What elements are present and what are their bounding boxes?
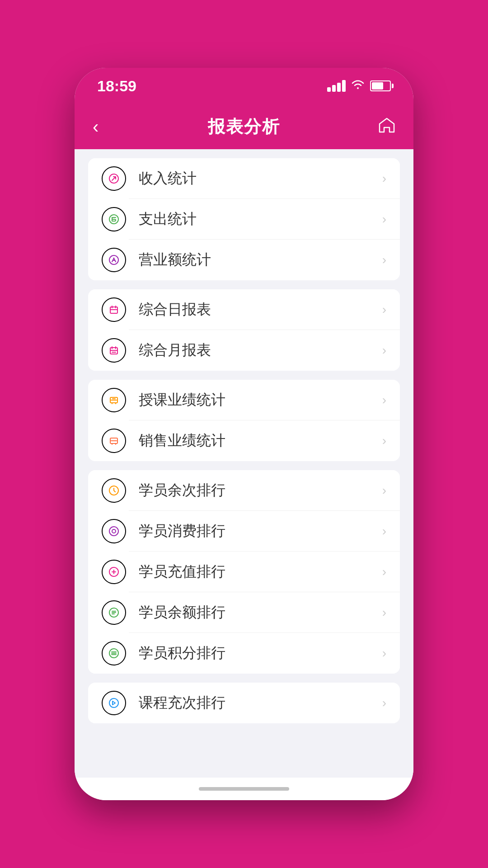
chevron-icon: › xyxy=(382,483,386,498)
bottom-bar xyxy=(75,778,413,800)
menu-item-expense-stats[interactable]: 支出统计› xyxy=(88,199,400,240)
svg-point-13 xyxy=(109,698,118,708)
icon-student-consume xyxy=(102,519,126,543)
icon-teach-perf xyxy=(102,388,126,412)
label-sales-perf: 销售业绩统计 xyxy=(139,431,382,451)
menu-item-student-points[interactable]: 学员积分排行› xyxy=(88,633,400,674)
section-1: 收入统计›支出统计›营业额统计› xyxy=(88,158,400,280)
section-4: 学员余次排行›学员消费排行›学员充值排行›学员余额排行›学员积分排行› xyxy=(88,470,400,674)
nav-bar: ‹ 报表分析 xyxy=(75,104,413,149)
label-expense-stats: 支出统计 xyxy=(139,209,382,229)
chevron-icon: › xyxy=(382,253,386,267)
section-3: 授课业绩统计›销售业绩统计› xyxy=(88,380,400,461)
status-bar: 18:59 xyxy=(75,68,413,104)
chevron-icon: › xyxy=(382,565,386,579)
label-student-remain: 学员余次排行 xyxy=(139,481,382,500)
icon-student-balance xyxy=(102,600,126,625)
menu-item-monthly-report[interactable]: 综合月报表› xyxy=(88,330,400,371)
menu-item-student-balance[interactable]: 学员余额排行› xyxy=(88,592,400,633)
chevron-icon: › xyxy=(382,343,386,358)
chevron-icon: › xyxy=(382,646,386,660)
back-button[interactable]: ‹ xyxy=(93,117,99,137)
chevron-icon: › xyxy=(382,434,386,448)
chevron-icon: › xyxy=(382,302,386,317)
label-revenue-stats: 营业额统计 xyxy=(139,250,382,270)
label-income-stats: 收入统计 xyxy=(139,169,382,189)
section-2: 综合日报表›综合月报表› xyxy=(88,289,400,371)
menu-item-student-consume[interactable]: 学员消费排行› xyxy=(88,511,400,552)
menu-item-course-topup[interactable]: 课程充次排行› xyxy=(88,683,400,723)
chevron-icon: › xyxy=(382,696,386,710)
svg-point-8 xyxy=(109,527,118,536)
home-indicator xyxy=(199,787,289,791)
status-time: 18:59 xyxy=(97,77,136,95)
phone-shell: 18:59 ‹ 报表分析 收入统 xyxy=(75,68,413,800)
wifi-icon xyxy=(351,79,365,93)
chevron-icon: › xyxy=(382,393,386,407)
status-icons xyxy=(327,79,391,93)
chevron-icon: › xyxy=(382,212,386,226)
menu-item-daily-report[interactable]: 综合日报表› xyxy=(88,289,400,330)
label-student-balance: 学员余额排行 xyxy=(139,603,382,623)
label-student-points: 学员积分排行 xyxy=(139,643,382,663)
content-area: 收入统计›支出统计›营业额统计›综合日报表›综合月报表›授课业绩统计›销售业绩统… xyxy=(75,149,413,778)
menu-item-teach-perf[interactable]: 授课业绩统计› xyxy=(88,380,400,420)
chevron-icon: › xyxy=(382,171,386,186)
chevron-icon: › xyxy=(382,605,386,620)
label-student-topup: 学员充值排行 xyxy=(139,562,382,582)
icon-income-stats xyxy=(102,166,126,191)
menu-item-student-topup[interactable]: 学员充值排行› xyxy=(88,552,400,592)
section-5: 课程充次排行› xyxy=(88,683,400,723)
icon-student-points xyxy=(102,641,126,665)
icon-course-topup xyxy=(102,691,126,715)
icon-sales-perf xyxy=(102,429,126,453)
label-course-topup: 课程充次排行 xyxy=(139,693,382,713)
icon-student-topup xyxy=(102,560,126,584)
label-daily-report: 综合日报表 xyxy=(139,300,382,320)
icon-student-remain xyxy=(102,478,126,503)
icon-expense-stats xyxy=(102,207,126,231)
icon-daily-report xyxy=(102,297,126,322)
svg-point-9 xyxy=(112,529,116,533)
menu-item-revenue-stats[interactable]: 营业额统计› xyxy=(88,240,400,280)
label-student-consume: 学员消费排行 xyxy=(139,521,382,541)
icon-monthly-report xyxy=(102,338,126,363)
signal-icon xyxy=(327,80,346,92)
page-title: 报表分析 xyxy=(208,115,280,138)
menu-item-student-remain[interactable]: 学员余次排行› xyxy=(88,470,400,511)
home-button[interactable] xyxy=(378,117,395,137)
chevron-icon: › xyxy=(382,524,386,538)
menu-item-income-stats[interactable]: 收入统计› xyxy=(88,158,400,199)
label-monthly-report: 综合月报表 xyxy=(139,340,382,360)
icon-revenue-stats xyxy=(102,248,126,272)
label-teach-perf: 授课业绩统计 xyxy=(139,390,382,410)
battery-icon xyxy=(370,80,391,91)
menu-item-sales-perf[interactable]: 销售业绩统计› xyxy=(88,420,400,461)
